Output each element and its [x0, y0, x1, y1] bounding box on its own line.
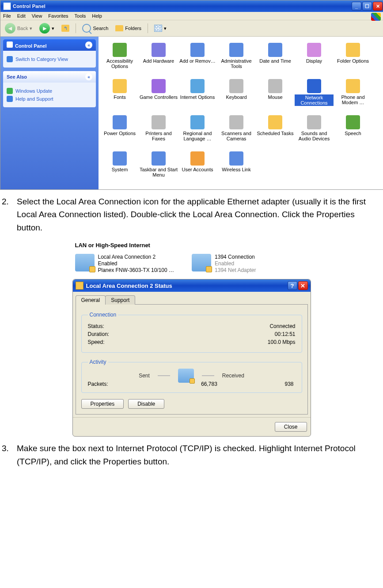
control-panel-item[interactable]: Wireless Link: [217, 150, 256, 185]
control-panel-item[interactable]: Display: [295, 41, 334, 76]
control-panel-item[interactable]: Game Controllers: [139, 77, 178, 113]
item-icon: [190, 151, 205, 166]
control-panel-item[interactable]: Scanners and Cameras: [217, 113, 256, 149]
collapse-icon[interactable]: «: [85, 73, 92, 80]
item-label: Date and Time: [256, 58, 295, 64]
item-label: Phone and Modem …: [334, 94, 372, 105]
status-title-bar[interactable]: Local Area Connection 2 Status ? ✕: [73, 279, 311, 292]
item-icon: [268, 79, 282, 93]
menu-tools[interactable]: Tools: [75, 13, 86, 19]
connection-local-area[interactable]: Local Area Connection 2 Enabled Planex F…: [75, 254, 174, 274]
disable-button[interactable]: Disable: [128, 399, 164, 409]
connection-group: Connection Status:Connected Duration:00:…: [81, 312, 302, 353]
tab-general[interactable]: General: [76, 295, 106, 305]
activity-group: Activity Sent Received Packets: 66,783 9…: [81, 359, 302, 393]
control-panel-item[interactable]: Add or Remov…: [178, 41, 217, 76]
control-panel-window: Control Panel _ ☐ ✕ File Edit View Favor…: [0, 0, 383, 190]
minimize-button[interactable]: _: [352, 2, 361, 11]
menu-view[interactable]: View: [32, 13, 42, 19]
control-panel-item[interactable]: Regional and Language …: [178, 113, 217, 149]
control-panel-item[interactable]: Fonts: [100, 77, 139, 113]
item-icon: [152, 79, 166, 93]
control-panel-item[interactable]: Keyboard: [217, 77, 256, 113]
item-label: Printers and Faxes: [139, 131, 178, 141]
up-button[interactable]: ↰: [59, 24, 72, 33]
item-icon: [307, 79, 321, 93]
folders-button[interactable]: Folders: [113, 24, 144, 32]
step-text: Select the Local Area Connection icon fo…: [17, 195, 381, 234]
label-speed: Speed:: [88, 339, 105, 345]
item-label: Wireless Link: [217, 167, 256, 172]
title-bar[interactable]: Control Panel _ ☐ ✕: [0, 0, 383, 12]
close-button[interactable]: ✕: [373, 2, 383, 11]
item-icon: [307, 43, 321, 57]
control-panel-item[interactable]: Sounds and Audio Devices: [295, 113, 334, 149]
item-label: Network Connections: [295, 94, 334, 106]
panel-header-see-also[interactable]: See Also «: [3, 71, 96, 83]
item-label: Add or Remov…: [178, 58, 217, 64]
item-icon: [152, 43, 166, 57]
app-icon: [3, 2, 11, 10]
control-panel-item[interactable]: Scheduled Tasks: [256, 113, 295, 149]
item-icon: [113, 115, 127, 129]
status-title-text: Local Area Connection 2 Status: [86, 283, 172, 289]
views-button[interactable]: ▾: [152, 24, 169, 33]
item-label: Power Options: [100, 131, 139, 136]
toolbar: ◄ Back ▾ ► ▾ ↰ Search Folders ▾: [0, 20, 383, 37]
views-icon: [154, 25, 162, 32]
menu-favorites[interactable]: Favorites: [48, 13, 68, 19]
value-duration: 00:12:51: [275, 331, 296, 337]
item-icon: [113, 43, 127, 57]
item-icon: [152, 151, 166, 166]
connection-device: 1394 Net Adapter: [215, 267, 256, 274]
control-panel-item[interactable]: Administrative Tools: [217, 41, 256, 76]
control-panel-item[interactable]: Printers and Faxes: [139, 113, 178, 149]
control-panel-item[interactable]: System: [100, 150, 139, 185]
item-icon: [229, 115, 243, 129]
properties-button[interactable]: Properties: [81, 399, 124, 409]
back-button[interactable]: ◄ Back ▾: [2, 22, 35, 34]
panel-header-control-panel[interactable]: Control Panel «: [3, 39, 96, 51]
menu-help[interactable]: Help: [92, 13, 102, 19]
item-icon: [190, 43, 205, 57]
menu-file[interactable]: File: [3, 13, 11, 19]
collapse-icon[interactable]: «: [85, 41, 92, 49]
step-2: 2. Select the Local Area Connection icon…: [2, 195, 381, 234]
menu-edit[interactable]: Edit: [17, 13, 26, 19]
item-icon: [307, 115, 321, 129]
help-button[interactable]: ?: [288, 281, 297, 290]
item-label: Regional and Language …: [178, 131, 217, 141]
item-label: Display: [295, 58, 334, 64]
globe-icon: [7, 88, 13, 94]
maximize-button[interactable]: ☐: [362, 2, 372, 11]
tab-support[interactable]: Support: [105, 295, 135, 305]
control-panel-item[interactable]: Date and Time: [256, 41, 295, 76]
control-panel-item[interactable]: Add Hardware: [139, 41, 178, 76]
switch-category-view-link[interactable]: Switch to Category View: [7, 56, 92, 62]
connection-name: 1394 Connection: [215, 254, 256, 260]
connection-device: Planex FNW-3603-TX 10/100 …: [98, 267, 174, 274]
control-panel-item[interactable]: Internet Options: [178, 77, 217, 113]
control-panel-item[interactable]: Mouse: [256, 77, 295, 113]
forward-arrow-icon: ►: [39, 23, 50, 34]
close-dialog-button[interactable]: Close: [275, 422, 307, 432]
control-panel-item[interactable]: Folder Options: [334, 41, 372, 76]
forward-button[interactable]: ► ▾: [37, 22, 57, 34]
value-received: 938: [226, 381, 296, 387]
control-panel-item[interactable]: Phone and Modem …: [334, 77, 372, 113]
control-panel-item[interactable]: User Accounts: [178, 150, 217, 185]
windows-update-link[interactable]: Windows Update: [7, 88, 92, 94]
control-panel-item[interactable]: Accessibility Options: [100, 41, 139, 76]
control-panel-item[interactable]: Network Connections: [295, 77, 334, 113]
close-button[interactable]: ✕: [298, 281, 308, 290]
item-icon: [268, 43, 282, 57]
connection-1394[interactable]: 1394 Connection Enabled 1394 Net Adapter: [192, 254, 256, 274]
value-speed: 100.0 Mbps: [268, 339, 296, 345]
status-icon: [76, 282, 83, 290]
control-panel-item[interactable]: Speech: [334, 113, 372, 149]
search-button[interactable]: Search: [80, 23, 111, 34]
control-panel-item[interactable]: Power Options: [100, 113, 139, 149]
help-support-link[interactable]: Help and Support: [7, 96, 92, 102]
item-label: Keyboard: [217, 94, 256, 100]
control-panel-item[interactable]: Taskbar and Start Menu: [139, 150, 178, 185]
